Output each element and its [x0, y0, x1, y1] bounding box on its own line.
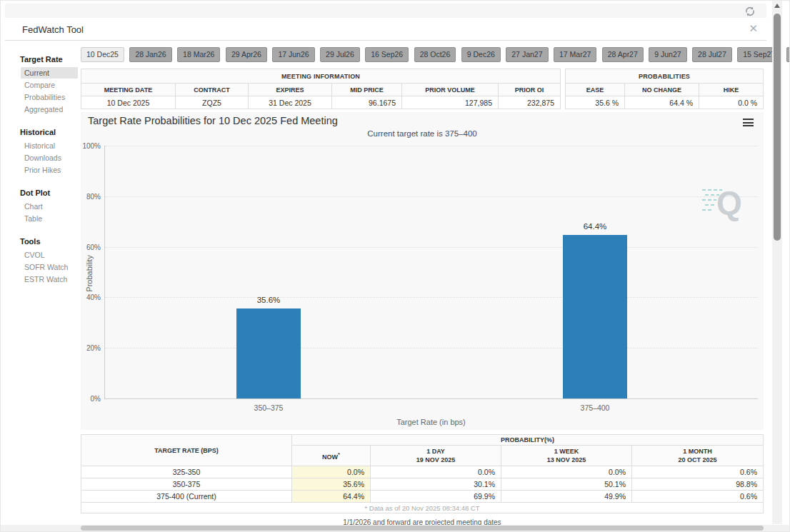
tab-meeting-date[interactable]: 28 Apr27 — [602, 47, 644, 62]
top-toolbar — [5, 4, 766, 18]
tab-meeting-date[interactable]: 17 Jun26 — [272, 47, 314, 62]
tab-meeting-date[interactable]: 27 Jan27 — [506, 47, 548, 62]
sidebar-item-current[interactable]: Current — [21, 67, 78, 79]
sidebar-heading: Historical — [20, 128, 81, 136]
main-content: 10 Dec25 28 Jan26 18 Mar26 29 Apr26 17 J… — [81, 41, 764, 526]
col-header-no-change: NO CHANGE — [625, 84, 699, 96]
rate-range: 325-350 — [81, 466, 292, 478]
meeting-date-value: 10 Dec 2025 — [81, 96, 176, 109]
meeting-info-title: MEETING INFORMATION — [81, 69, 561, 84]
sidebar-item-prior-hikes[interactable]: Prior Hikes — [21, 164, 78, 176]
chart-menu-icon[interactable] — [743, 119, 754, 127]
tab-meeting-date[interactable]: 9 Jun27 — [649, 47, 686, 62]
scroll-up-arrow-icon[interactable] — [774, 4, 780, 8]
info-tables-row: MEETING INFORMATION MEETING DATE CONTRAC… — [81, 69, 764, 109]
tab-meeting-date[interactable]: 27 Oct27 — [786, 47, 790, 62]
bar-value-label-1: 64.4% — [552, 222, 638, 231]
tab-meeting-date[interactable]: 9 Dec26 — [461, 47, 501, 62]
sidebar-item-aggregated[interactable]: Aggregated — [21, 104, 78, 115]
col-header-hike: HIKE — [699, 84, 764, 96]
sidebar-heading: Target Rate — [20, 55, 81, 64]
tab-meeting-date[interactable]: 29 Jul26 — [320, 47, 360, 62]
col-header-contract: CONTRACT — [176, 84, 249, 96]
sidebar-item-downloads[interactable]: Downloads — [21, 152, 78, 164]
now-prob: 0.0% — [292, 466, 371, 478]
sidebar-section-dot-plot: Dot Plot Chart Table — [20, 189, 81, 224]
chart-title: Target Rate Probabilities for 10 Dec 202… — [88, 115, 338, 126]
col-header-1-week: 1 WEEK13 NOV 2025 — [501, 446, 632, 466]
col-header-ease: EASE — [566, 84, 625, 96]
tab-meeting-date[interactable]: 29 Apr26 — [226, 47, 267, 62]
sidebar-item-chart[interactable]: Chart — [21, 201, 78, 212]
horizontal-scrollbar[interactable] — [1, 525, 790, 531]
bar-value-label-0: 35.6% — [226, 296, 311, 304]
sidebar-section-historical: Historical Historical Downloads Prior Hi… — [20, 128, 81, 176]
table-row: 325-350 0.0% 0.0% 0.0% 0.6% — [81, 466, 764, 478]
sidebar-section-target-rate: Target Rate Current Compare Probabilitie… — [20, 55, 81, 115]
prior-oi-value: 232,875 — [499, 96, 561, 109]
meeting-date-tabs: 10 Dec25 28 Jan26 18 Mar26 29 Apr26 17 J… — [81, 47, 764, 63]
rate-range: 350-375 — [81, 478, 292, 491]
day-prob: 30.1% — [371, 478, 501, 491]
day-prob: 69.9% — [371, 491, 501, 503]
x-category-label: 350–375 — [226, 403, 311, 412]
sidebar-item-probabilities[interactable]: Probabilities — [21, 91, 78, 103]
col-header-1-day: 1 DAY19 NOV 2025 — [371, 446, 501, 466]
data-as-of-footnote: * Data as of 20 Nov 2025 08:34:48 CT — [81, 503, 764, 513]
y-tick: 60% — [75, 244, 101, 251]
table-row: 350-375 35.6% 30.1% 50.1% 98.8% — [81, 478, 764, 491]
month-prob: 0.6% — [632, 466, 764, 478]
col-header-prior-oi: PRIOR OI — [499, 84, 561, 96]
col-header-now: NOW* — [292, 446, 371, 466]
sidebar-item-cvol[interactable]: CVOL — [21, 249, 78, 261]
week-prob: 49.9% — [501, 491, 632, 503]
x-category-label: 375–400 — [552, 403, 638, 412]
vertical-scroll-thumb[interactable] — [774, 14, 781, 241]
col-header-1-month: 1 MONTH20 OCT 2025 — [632, 446, 764, 466]
hike-value: 0.0 % — [699, 96, 764, 109]
tab-meeting-date[interactable]: 17 Mar27 — [554, 47, 596, 62]
sidebar-item-historical[interactable]: Historical — [21, 140, 78, 151]
probability-detail-table: TARGET RATE (BPS) PROBABILITY(%) NOW* 1 … — [81, 434, 764, 513]
titlebar: FedWatch Tool ✕ — [5, 18, 766, 41]
prior-volume-value: 127,985 — [402, 96, 499, 109]
vertical-scrollbar[interactable] — [772, 1, 782, 524]
col-header-mid-price: MID PRICE — [332, 84, 402, 96]
week-prob: 50.1% — [501, 478, 632, 491]
fedwatch-app: FedWatch Tool ✕ Target Rate Current Comp… — [0, 0, 790, 532]
tab-meeting-date[interactable]: 16 Sep26 — [365, 47, 409, 62]
rate-range: 375-400 (Current) — [81, 491, 292, 503]
month-prob: 0.6% — [632, 491, 764, 503]
y-tick: 40% — [75, 293, 101, 301]
col-header-prior-volume: PRIOR VOLUME — [402, 84, 499, 96]
probability-detail-table-wrap: TARGET RATE (BPS) PROBABILITY(%) NOW* 1 … — [81, 434, 764, 513]
tab-meeting-date[interactable]: 10 Dec25 — [81, 47, 124, 62]
table-row: 375-400 (Current) 64.4% 69.9% 49.9% 0.6% — [81, 491, 764, 503]
tab-meeting-date[interactable]: 28 Jul27 — [692, 47, 732, 62]
sidebar-heading: Dot Plot — [20, 189, 81, 197]
col-header-expires: EXPIRES — [249, 84, 332, 96]
refresh-icon[interactable] — [744, 5, 756, 18]
tab-meeting-date[interactable]: 28 Jan26 — [129, 47, 171, 62]
meeting-information-table: MEETING INFORMATION MEETING DATE CONTRAC… — [81, 69, 561, 109]
probability-chart: Target Rate Probabilities for 10 Dec 202… — [81, 112, 764, 430]
sidebar-item-estr-watch[interactable]: ESTR Watch — [21, 273, 78, 285]
tab-meeting-date[interactable]: 28 Oct26 — [414, 47, 456, 62]
plot-area: 100% 80% 60% 40% 20% 0% 35.6% 64.4% 350–… — [104, 146, 758, 399]
tab-meeting-date[interactable]: 18 Mar26 — [177, 47, 220, 62]
col-header-meeting-date: MEETING DATE — [81, 84, 176, 96]
day-prob: 0.0% — [371, 466, 501, 478]
sidebar-item-table[interactable]: Table — [21, 213, 78, 224]
y-axis-title: Probability — [85, 255, 94, 291]
x-axis-title: Target Rate (in bps) — [104, 418, 758, 426]
y-tick: 80% — [75, 193, 101, 201]
quikstrike-watermark-icon: Q — [701, 179, 745, 226]
horizontal-scroll-thumb[interactable] — [81, 526, 764, 531]
sidebar-item-compare[interactable]: Compare — [21, 79, 78, 91]
now-prob: 64.4% — [292, 491, 371, 503]
y-tick: 100% — [75, 142, 101, 150]
svg-text:Q: Q — [716, 184, 742, 221]
ease-value: 35.6 % — [566, 96, 625, 109]
close-icon[interactable]: ✕ — [749, 22, 758, 35]
sidebar-item-sofr-watch[interactable]: SOFR Watch — [21, 261, 78, 273]
